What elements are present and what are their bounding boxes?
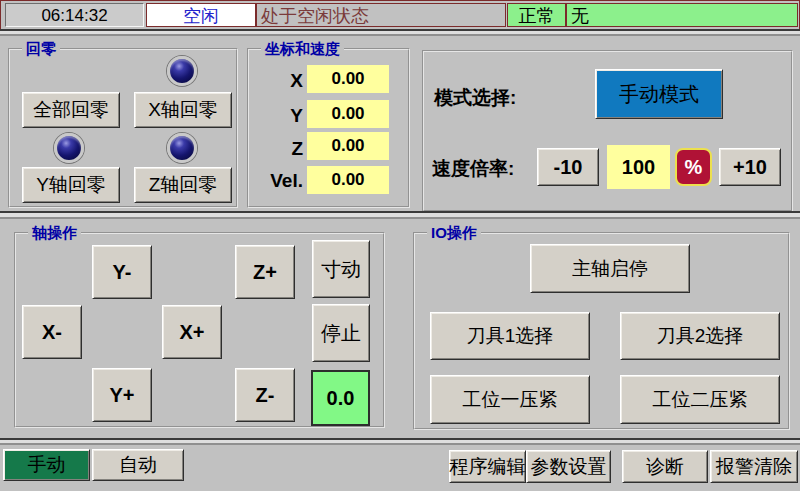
override-value-display: 100 bbox=[607, 145, 670, 189]
alarm-message-display: 无 bbox=[566, 3, 798, 27]
override-increase-button[interactable]: +10 bbox=[719, 148, 781, 186]
coordinates-panel: 坐标和速度 X 0.00 Y 0.00 Z 0.00 Vel. 0.00 bbox=[247, 48, 410, 208]
home-y-axis-button[interactable]: Y轴回零 bbox=[22, 167, 120, 203]
tool2-select-button[interactable]: 刀具2选择 bbox=[620, 312, 780, 360]
alarm-clear-button[interactable]: 报警清除 bbox=[710, 450, 798, 483]
status-bar: 06:14:32 空闲 处于空闲状态 正常 无 bbox=[0, 0, 800, 31]
manual-mode-tab[interactable]: 手动 bbox=[3, 449, 90, 481]
tool1-select-button[interactable]: 刀具1选择 bbox=[430, 312, 590, 360]
state-description-display: 处于空闲状态 bbox=[256, 3, 506, 27]
percent-sign-badge: % bbox=[675, 148, 712, 186]
x-position-display: 0.00 bbox=[307, 65, 389, 93]
jog-y-minus-button[interactable]: Y- bbox=[92, 245, 152, 299]
io-panel: IO操作 主轴启停 刀具1选择 刀具2选择 工位一压紧 工位二压紧 bbox=[413, 232, 790, 430]
override-decrease-button[interactable]: -10 bbox=[537, 148, 599, 186]
station1-clamp-button[interactable]: 工位一压紧 bbox=[430, 375, 590, 424]
mode-manual-button[interactable]: 手动模式 bbox=[595, 69, 723, 119]
jog-x-minus-button[interactable]: X- bbox=[22, 305, 82, 359]
speed-override-label: 速度倍率: bbox=[432, 156, 514, 182]
home-panel: 回零 全部回零 X轴回零 Y轴回零 Z轴回零 bbox=[8, 48, 238, 208]
home-panel-title: 回零 bbox=[22, 40, 60, 58]
velocity-display: 0.00 bbox=[307, 166, 389, 194]
machine-state-display: 空闲 bbox=[146, 3, 256, 27]
coordinates-panel-title: 坐标和速度 bbox=[261, 40, 344, 58]
program-edit-button[interactable]: 程序编辑 bbox=[449, 450, 526, 483]
x-home-led-icon bbox=[167, 56, 197, 86]
station2-clamp-button[interactable]: 工位二压紧 bbox=[620, 375, 780, 424]
clock-display: 06:14:32 bbox=[5, 3, 144, 27]
alarm-status-badge: 正常 bbox=[507, 3, 566, 27]
y-axis-label: Y bbox=[251, 105, 303, 127]
bottom-divider bbox=[0, 438, 800, 445]
velocity-label: Vel. bbox=[251, 170, 303, 192]
jog-step-value-display[interactable]: 0.0 bbox=[311, 370, 370, 426]
jog-y-plus-button[interactable]: Y+ bbox=[92, 368, 152, 422]
mode-panel: 模式选择: 手动模式 速度倍率: -10 100 % +10 bbox=[422, 50, 793, 212]
mode-select-label: 模式选择: bbox=[434, 85, 516, 111]
jog-mode-button[interactable]: 寸动 bbox=[312, 240, 370, 298]
home-z-axis-button[interactable]: Z轴回零 bbox=[134, 167, 232, 203]
z-axis-label: Z bbox=[251, 138, 303, 160]
auto-mode-tab[interactable]: 自动 bbox=[92, 449, 184, 481]
param-settings-button[interactable]: 参数设置 bbox=[526, 450, 611, 483]
io-panel-title: IO操作 bbox=[427, 224, 481, 242]
y-home-led-icon bbox=[54, 133, 84, 163]
jog-z-minus-button[interactable]: Z- bbox=[235, 368, 295, 422]
jog-z-plus-button[interactable]: Z+ bbox=[235, 245, 295, 299]
diagnosis-button[interactable]: 诊断 bbox=[622, 450, 708, 483]
middle-divider bbox=[0, 211, 800, 219]
z-home-led-icon bbox=[167, 133, 197, 163]
top-divider bbox=[0, 29, 800, 36]
stop-button[interactable]: 停止 bbox=[312, 304, 370, 362]
y-position-display: 0.00 bbox=[307, 100, 389, 128]
spindle-toggle-button[interactable]: 主轴启停 bbox=[530, 244, 690, 293]
hmi-screen: 06:14:32 空闲 处于空闲状态 正常 无 回零 全部回零 X轴回零 Y轴回… bbox=[0, 0, 800, 491]
jog-x-plus-button[interactable]: X+ bbox=[162, 305, 222, 359]
home-x-axis-button[interactable]: X轴回零 bbox=[134, 92, 232, 128]
axis-panel-title: 轴操作 bbox=[28, 224, 81, 242]
z-position-display: 0.00 bbox=[307, 132, 389, 160]
x-axis-label: X bbox=[251, 70, 303, 92]
home-all-button[interactable]: 全部回零 bbox=[22, 92, 120, 128]
axis-panel: 轴操作 Y- Z+ 寸动 X- X+ 停止 Y+ Z- 0.0 bbox=[14, 232, 385, 428]
